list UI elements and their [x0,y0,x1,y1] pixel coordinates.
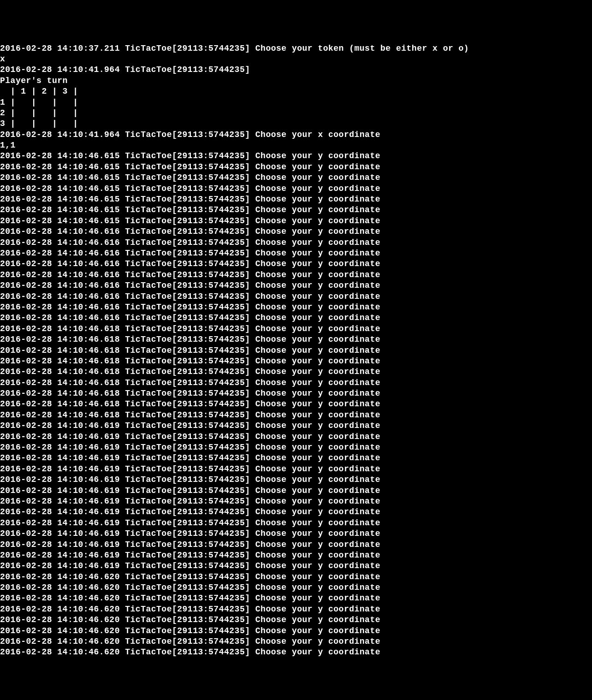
terminal-line: 2016-02-28 14:10:46.616 TicTacToe[29113:… [0,237,592,248]
terminal-line: 1,1 [0,140,592,151]
terminal-line: 2016-02-28 14:10:46.615 TicTacToe[29113:… [0,162,592,172]
terminal-output[interactable]: 2016-02-28 14:10:37.211 TicTacToe[29113:… [0,43,592,658]
terminal-line: 2016-02-28 14:10:46.619 TicTacToe[29113:… [0,518,592,528]
terminal-line: 2016-02-28 14:10:46.618 TicTacToe[29113:… [0,410,592,421]
terminal-line: 2016-02-28 14:10:46.619 TicTacToe[29113:… [0,464,592,475]
terminal-line: 2016-02-28 14:10:46.620 TicTacToe[29113:… [0,593,592,604]
terminal-line: 2016-02-28 14:10:46.615 TicTacToe[29113:… [0,205,592,215]
terminal-line: 2016-02-28 14:10:46.618 TicTacToe[29113:… [0,388,592,399]
terminal-line: 2016-02-28 14:10:46.620 TicTacToe[29113:… [0,582,592,593]
terminal-line: 2016-02-28 14:10:46.618 TicTacToe[29113:… [0,399,592,409]
terminal-line: 2016-02-28 14:10:46.618 TicTacToe[29113:… [0,367,592,377]
terminal-line: 2016-02-28 14:10:46.615 TicTacToe[29113:… [0,194,592,205]
terminal-line: 2016-02-28 14:10:46.620 TicTacToe[29113:… [0,636,592,647]
terminal-line: 2016-02-28 14:10:46.620 TicTacToe[29113:… [0,647,592,658]
terminal-line: 2016-02-28 14:10:46.615 TicTacToe[29113:… [0,216,592,226]
terminal-line: | 1 | 2 | 3 | [0,86,592,97]
terminal-line: 2016-02-28 14:10:46.620 TicTacToe[29113:… [0,572,592,582]
terminal-line: 2016-02-28 14:10:46.619 TicTacToe[29113:… [0,528,592,539]
terminal-line: 2016-02-28 14:10:46.616 TicTacToe[29113:… [0,248,592,259]
terminal-line: 2016-02-28 14:10:46.619 TicTacToe[29113:… [0,442,592,453]
terminal-line: x [0,54,592,65]
terminal-line: 2016-02-28 14:10:46.615 TicTacToe[29113:… [0,184,592,194]
terminal-line: 3 | | | | [0,119,592,129]
terminal-line: 2016-02-28 14:10:46.616 TicTacToe[29113:… [0,259,592,269]
terminal-line: 2016-02-28 14:10:46.616 TicTacToe[29113:… [0,313,592,323]
terminal-line: 2016-02-28 14:10:46.618 TicTacToe[29113:… [0,334,592,345]
terminal-line: 2016-02-28 14:10:46.615 TicTacToe[29113:… [0,151,592,161]
terminal-line: 2016-02-28 14:10:46.619 TicTacToe[29113:… [0,507,592,517]
terminal-line: 2016-02-28 14:10:46.620 TicTacToe[29113:… [0,615,592,625]
terminal-line: 2016-02-28 14:10:41.964 TicTacToe[29113:… [0,65,592,75]
terminal-line: 2016-02-28 14:10:46.619 TicTacToe[29113:… [0,550,592,561]
terminal-line: 2016-02-28 14:10:46.618 TicTacToe[29113:… [0,378,592,388]
terminal-line: 2016-02-28 14:10:46.619 TicTacToe[29113:… [0,496,592,507]
terminal-line: 2016-02-28 14:10:46.619 TicTacToe[29113:… [0,453,592,463]
terminal-line: 2016-02-28 14:10:46.616 TicTacToe[29113:… [0,291,592,302]
terminal-line: 2016-02-28 14:10:46.620 TicTacToe[29113:… [0,626,592,636]
terminal-line: 2016-02-28 14:10:46.616 TicTacToe[29113:… [0,280,592,291]
terminal-line: 2016-02-28 14:10:46.615 TicTacToe[29113:… [0,172,592,183]
terminal-line: 1 | | | | [0,97,592,108]
terminal-line: 2016-02-28 14:10:46.616 TicTacToe[29113:… [0,270,592,280]
terminal-line: 2016-02-28 14:10:37.211 TicTacToe[29113:… [0,43,592,54]
terminal-line: 2016-02-28 14:10:46.619 TicTacToe[29113:… [0,475,592,485]
terminal-line: 2016-02-28 14:10:46.616 TicTacToe[29113:… [0,226,592,237]
terminal-line: 2016-02-28 14:10:46.619 TicTacToe[29113:… [0,540,592,550]
terminal-line: 2016-02-28 14:10:46.618 TicTacToe[29113:… [0,356,592,367]
terminal-line: 2 | | | | [0,108,592,119]
terminal-line: 2016-02-28 14:10:41.964 TicTacToe[29113:… [0,130,592,140]
terminal-line: 2016-02-28 14:10:46.616 TicTacToe[29113:… [0,302,592,313]
terminal-line: 2016-02-28 14:10:46.620 TicTacToe[29113:… [0,604,592,615]
terminal-line: 2016-02-28 14:10:46.619 TicTacToe[29113:… [0,486,592,496]
terminal-line: 2016-02-28 14:10:46.619 TicTacToe[29113:… [0,561,592,571]
terminal-line: 2016-02-28 14:10:46.619 TicTacToe[29113:… [0,432,592,442]
terminal-line: 2016-02-28 14:10:46.618 TicTacToe[29113:… [0,324,592,334]
terminal-line: Player's turn [0,76,592,86]
terminal-line: 2016-02-28 14:10:46.619 TicTacToe[29113:… [0,421,592,431]
terminal-line: 2016-02-28 14:10:46.618 TicTacToe[29113:… [0,345,592,356]
